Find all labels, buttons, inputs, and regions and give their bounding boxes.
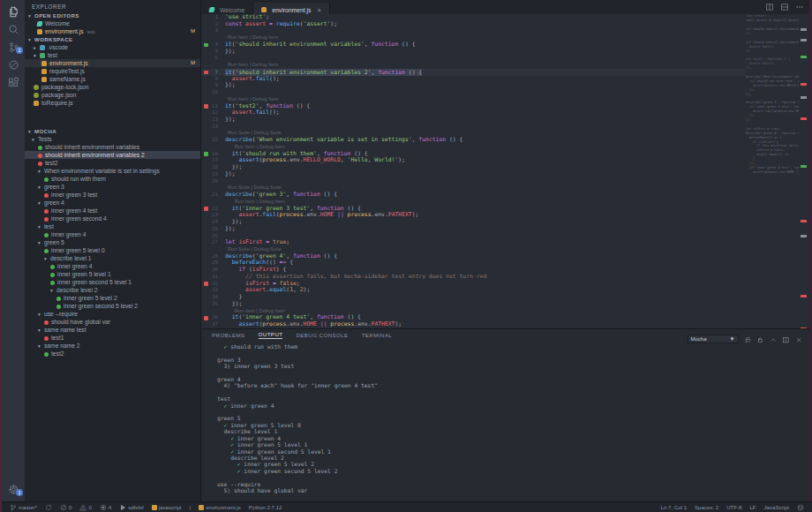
- file-tree-item[interactable]: package.json: [25, 91, 200, 99]
- activity-item-debug[interactable]: [2, 56, 25, 73]
- mocha-test-item[interactable]: inner green 4 test: [25, 207, 200, 215]
- mocha-test-item[interactable]: inner green 4: [25, 230, 200, 238]
- mocha-test-item[interactable]: inner green second 5 level 1: [25, 278, 200, 286]
- code-line[interactable]: 9});: [201, 82, 746, 89]
- mocha-test-item[interactable]: inner green second 5 level 2: [25, 302, 200, 310]
- open-editor-item[interactable]: Welcome: [25, 19, 200, 27]
- codelens-link[interactable]: Run Item | Debug Item: [228, 34, 278, 40]
- test-status-gutter-icon[interactable]: [204, 71, 208, 75]
- mocha-test-item[interactable]: ▾green 5: [25, 238, 200, 246]
- status-indentation[interactable]: Spaces: 2: [695, 504, 718, 510]
- status-eol[interactable]: LF: [749, 504, 756, 510]
- test-status-gutter-icon[interactable]: [204, 282, 208, 286]
- code-line[interactable]: 35 });: [201, 301, 746, 308]
- test-status-gutter-icon[interactable]: [204, 316, 208, 320]
- mocha-test-item[interactable]: ▾same name test: [25, 326, 200, 334]
- code-line[interactable]: 10: [201, 89, 746, 96]
- open-editors-header[interactable]: ▾OPEN EDITORS: [25, 11, 200, 19]
- code-line[interactable]: 8 assert.fail();: [201, 76, 746, 83]
- close-tab-icon[interactable]: ×: [317, 6, 320, 14]
- code-line[interactable]: 7it('should inherit environment variable…: [201, 69, 746, 76]
- mocha-test-item[interactable]: inner green 5 level 0: [25, 246, 200, 254]
- code-line[interactable]: 17 assert(process.env.HELLO_WORLD, 'Hell…: [201, 157, 746, 164]
- status-language-mode[interactable]: JavaScript: [764, 504, 789, 510]
- panel-tab-terminal[interactable]: TERMINAL: [362, 332, 393, 338]
- mocha-test-item[interactable]: test1: [25, 334, 200, 342]
- code-line[interactable]: 2const assert = require('assert');: [201, 21, 746, 28]
- status-encoding[interactable]: UTF-8: [726, 504, 741, 510]
- mocha-test-item[interactable]: ▾When environment variable is set in set…: [25, 167, 200, 175]
- file-tree-item[interactable]: ▸.vscode: [25, 43, 200, 51]
- activity-item-source-control[interactable]: 2: [2, 38, 25, 56]
- code-line[interactable]: 23 assert.fail(process.env.HOME || proce…: [201, 212, 746, 219]
- code-line[interactable]: 5});: [201, 49, 746, 56]
- code-line[interactable]: 27let isFirst = true;: [201, 239, 746, 246]
- code-lines[interactable]: 1'use strict';2const assert = require('a…: [201, 14, 746, 328]
- status-language-indicator[interactable]: javascript: [152, 504, 182, 510]
- panel-tab-problems[interactable]: PROBLEMS: [212, 332, 245, 338]
- file-tree-item[interactable]: requireTest.js: [25, 67, 200, 75]
- mocha-test-item[interactable]: ▾describe level 1: [25, 254, 200, 262]
- code-line[interactable]: 4it('should inherit environment variable…: [201, 41, 746, 49]
- status-cursor-position[interactable]: Ln 7, Col 1: [661, 504, 687, 510]
- codelens-action[interactable]: Run Item | Debug Item: [201, 62, 746, 69]
- mocha-test-item[interactable]: inner green 4: [25, 262, 200, 270]
- mocha-test-item[interactable]: should inherit environment variables 2: [25, 151, 200, 159]
- mocha-test-item[interactable]: ▾green 4: [25, 199, 200, 207]
- test-status-gutter-icon[interactable]: [204, 43, 208, 48]
- codelens-link[interactable]: Run Suite | Debug Suite: [228, 246, 282, 252]
- codelens-link[interactable]: Run Item | Debug Item: [235, 199, 285, 204]
- toggle-layout-icon[interactable]: [780, 0, 789, 15]
- activity-item-search[interactable]: [2, 20, 25, 38]
- code-line[interactable]: 25});: [201, 226, 746, 233]
- codelens-link[interactable]: Run Suite | Debug Suite: [228, 130, 282, 135]
- codelens-link[interactable]: Run Item | Debug Item: [228, 96, 278, 102]
- mocha-test-item[interactable]: should inherit environment variables: [25, 143, 200, 151]
- panel-tab-debug-console[interactable]: DEBUG CONSOLE: [296, 332, 348, 338]
- mocha-test-item[interactable]: inner green 5 level 1: [25, 270, 200, 278]
- file-tree-item[interactable]: package-lock.json: [25, 83, 200, 91]
- mocha-test-item[interactable]: ▾same name 2: [25, 342, 200, 350]
- test-status-gutter-icon[interactable]: [204, 152, 208, 156]
- codelens-link[interactable]: Run Item | Debug Item: [228, 62, 278, 67]
- minimap[interactable]: 'use strict'; const assert = require('as…: [746, 14, 799, 328]
- code-line[interactable]: 6: [201, 55, 746, 62]
- mocha-test-item[interactable]: ▾green 3: [25, 183, 200, 191]
- code-line[interactable]: 14: [201, 124, 746, 131]
- mocha-test-item[interactable]: ▾describe level 2: [25, 286, 200, 294]
- code-line[interactable]: 11it('test2', function () {: [201, 103, 746, 110]
- mocha-test-item[interactable]: ▾Tests: [25, 135, 200, 143]
- code-line[interactable]: 18 });: [201, 164, 746, 171]
- mocha-test-item[interactable]: test2: [25, 159, 200, 167]
- file-tree-item[interactable]: ▾test: [25, 51, 200, 59]
- status-tests-failed-count[interactable]: 4: [100, 504, 111, 511]
- code-line[interactable]: 37 assert(process.env.HOME || process.en…: [201, 321, 746, 328]
- mocha-test-item[interactable]: should run with them: [25, 175, 200, 183]
- panel-tab-output[interactable]: OUTPUT: [259, 331, 283, 339]
- status-feedback[interactable]: [797, 504, 804, 511]
- overview-ruler[interactable]: [799, 14, 809, 328]
- mocha-test-item[interactable]: should have global var: [25, 318, 200, 326]
- code-line[interactable]: 12 assert.fail();: [201, 109, 746, 117]
- workspace-header[interactable]: ▾WORKSPACE: [25, 35, 200, 43]
- file-tree-item[interactable]: environment.jsM: [25, 59, 200, 67]
- code-line[interactable]: 15describe('When environment variable is…: [201, 137, 746, 144]
- test-status-gutter-icon[interactable]: [204, 104, 208, 109]
- code-line[interactable]: 34 }: [201, 294, 746, 301]
- codelens-link[interactable]: Run Item | Debug Item: [235, 144, 285, 149]
- output-channel-select[interactable]: Mocha▼: [688, 335, 739, 343]
- status-separator[interactable]: |: [190, 504, 192, 510]
- mocha-test-item[interactable]: inner green 5 level 2: [25, 294, 200, 302]
- status-task-runner[interactable]: sdfsfsf: [119, 504, 144, 511]
- codelens-link[interactable]: Run Suite | Debug Suite: [228, 184, 282, 190]
- code-line[interactable]: 3: [201, 27, 746, 34]
- test-status-gutter-icon[interactable]: [204, 207, 208, 211]
- mocha-test-item[interactable]: ▾use --require: [25, 310, 200, 318]
- code-line[interactable]: 21describe('green 3', function () {: [201, 192, 746, 199]
- status-errors-count[interactable]: 0: [60, 504, 71, 511]
- code-editor[interactable]: 1'use strict';2const assert = require('a…: [201, 14, 809, 328]
- status-python-version[interactable]: Python 2.7.12: [249, 504, 282, 510]
- code-line[interactable]: 19});: [201, 171, 746, 178]
- mocha-test-item[interactable]: inner green second 4: [25, 215, 200, 222]
- file-tree-item[interactable]: sameName.js: [25, 75, 200, 83]
